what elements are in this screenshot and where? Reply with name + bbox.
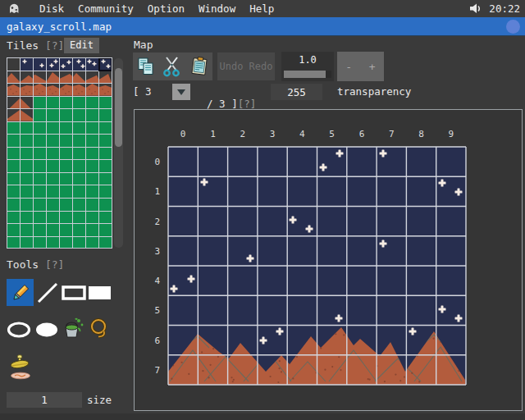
palette-tile[interactable] bbox=[34, 185, 46, 198]
palette-tile[interactable] bbox=[34, 109, 46, 121]
palette-scrollbar-thumb[interactable] bbox=[115, 68, 122, 147]
transparency-input[interactable]: 255 bbox=[271, 84, 322, 100]
palette-tile[interactable] bbox=[73, 97, 85, 109]
tool-ellipse-button[interactable] bbox=[7, 318, 31, 341]
palette-tile[interactable] bbox=[86, 224, 98, 236]
palette-tile[interactable] bbox=[47, 71, 59, 84]
palette-tile[interactable] bbox=[47, 84, 59, 96]
zoom-out-button[interactable]: - bbox=[345, 61, 352, 73]
palette-tile[interactable] bbox=[60, 84, 72, 96]
palette-tile[interactable] bbox=[47, 160, 59, 172]
palette-tile[interactable] bbox=[47, 122, 59, 135]
menu-item-help[interactable]: Help bbox=[249, 2, 274, 15]
palette-tile[interactable] bbox=[86, 185, 98, 198]
palette-tile[interactable] bbox=[86, 199, 98, 211]
palette-tile[interactable] bbox=[99, 97, 112, 109]
palette-tile[interactable] bbox=[34, 135, 46, 147]
undo-redo-button[interactable]: Undo Redo bbox=[217, 52, 275, 80]
zoom-in-button[interactable]: + bbox=[369, 61, 376, 73]
palette-tile[interactable] bbox=[60, 185, 72, 198]
tool-stamp-button[interactable] bbox=[8, 354, 33, 381]
palette-tile[interactable] bbox=[60, 212, 72, 224]
palette-tile[interactable] bbox=[60, 58, 72, 71]
paste-button[interactable] bbox=[188, 55, 211, 78]
palette-tile[interactable] bbox=[7, 122, 20, 135]
tool-rectangle-button[interactable] bbox=[62, 279, 86, 306]
tool-pencil-button[interactable] bbox=[7, 279, 34, 306]
palette-tile[interactable] bbox=[99, 122, 112, 135]
palette-tile[interactable] bbox=[21, 160, 33, 172]
palette-tile[interactable] bbox=[60, 173, 72, 185]
palette-tile[interactable] bbox=[73, 237, 85, 249]
palette-tile[interactable] bbox=[86, 237, 98, 249]
palette-tile[interactable] bbox=[47, 58, 59, 71]
menu-item-disk[interactable]: Disk bbox=[39, 2, 64, 15]
palette-tile[interactable] bbox=[7, 224, 20, 236]
palette-tile[interactable] bbox=[34, 224, 46, 236]
palette-tile[interactable] bbox=[21, 71, 33, 84]
palette-tile[interactable] bbox=[99, 224, 112, 236]
palette-tile[interactable] bbox=[47, 109, 59, 121]
palette-tile[interactable] bbox=[7, 199, 20, 211]
palette-tile[interactable] bbox=[7, 160, 20, 172]
palette-tile[interactable] bbox=[73, 160, 85, 172]
palette-tile[interactable] bbox=[60, 109, 72, 121]
palette-tile[interactable] bbox=[60, 122, 72, 135]
palette-tile[interactable] bbox=[21, 237, 33, 249]
palette-tile[interactable] bbox=[47, 185, 59, 198]
brush-size-input[interactable]: 1 bbox=[7, 392, 82, 408]
palette-tile[interactable] bbox=[21, 224, 33, 236]
palette-tile[interactable] bbox=[7, 148, 20, 160]
palette-tile[interactable] bbox=[73, 58, 85, 71]
palette-tile[interactable] bbox=[7, 109, 20, 121]
palette-tile[interactable] bbox=[7, 58, 20, 71]
palette-tile[interactable] bbox=[21, 58, 33, 71]
titlebar-window-button[interactable] bbox=[506, 20, 520, 34]
palette-tile[interactable] bbox=[7, 173, 20, 185]
tool-rectangle-filled-button[interactable] bbox=[87, 279, 112, 306]
palette-tile[interactable] bbox=[47, 97, 59, 109]
palette-tile[interactable] bbox=[73, 71, 85, 84]
palette-tile[interactable] bbox=[99, 135, 112, 147]
menu-item-option[interactable]: Option bbox=[148, 2, 185, 15]
palette-tile[interactable] bbox=[86, 109, 98, 121]
palette-tile[interactable] bbox=[34, 160, 46, 172]
menu-item-community[interactable]: Community bbox=[78, 2, 134, 15]
palette-tile[interactable] bbox=[7, 84, 20, 96]
palette-tile[interactable] bbox=[99, 199, 112, 211]
palette-tile[interactable] bbox=[99, 58, 112, 71]
palette-tile[interactable] bbox=[21, 148, 33, 160]
palette-tile[interactable] bbox=[60, 135, 72, 147]
tool-fill-bucket-button[interactable] bbox=[62, 317, 84, 341]
tool-line-button[interactable] bbox=[35, 279, 60, 306]
palette-tile[interactable] bbox=[7, 237, 20, 249]
palette-tile[interactable] bbox=[34, 199, 46, 211]
menu-item-window[interactable]: Window bbox=[199, 2, 235, 15]
palette-tile[interactable] bbox=[73, 212, 85, 224]
palette-tile[interactable] bbox=[21, 135, 33, 147]
palette-tile[interactable] bbox=[99, 84, 112, 96]
tools-help-badge[interactable]: [?] bbox=[45, 258, 64, 271]
palette-tile[interactable] bbox=[99, 109, 112, 121]
palette-tile[interactable] bbox=[86, 135, 98, 147]
palette-tile[interactable] bbox=[34, 58, 46, 71]
palette-tile[interactable] bbox=[86, 84, 98, 96]
palette-tile[interactable] bbox=[21, 122, 33, 135]
palette-tile[interactable] bbox=[47, 199, 59, 211]
palette-tile[interactable] bbox=[34, 237, 46, 249]
tool-lasso-button[interactable] bbox=[86, 317, 111, 341]
palette-tile[interactable] bbox=[34, 97, 46, 109]
palette-tile[interactable] bbox=[86, 122, 98, 135]
palette-tile[interactable] bbox=[99, 212, 112, 224]
palette-tile[interactable] bbox=[47, 212, 59, 224]
copy-button[interactable] bbox=[135, 55, 158, 78]
zoom-slider[interactable] bbox=[284, 71, 331, 78]
palette-tile[interactable] bbox=[73, 148, 85, 160]
palette-tile[interactable] bbox=[21, 199, 33, 211]
palette-tile[interactable] bbox=[99, 148, 112, 160]
palette-tile[interactable] bbox=[21, 109, 33, 121]
palette-tile[interactable] bbox=[60, 160, 72, 172]
palette-tile[interactable] bbox=[86, 173, 98, 185]
palette-tile[interactable] bbox=[73, 185, 85, 198]
palette-tile[interactable] bbox=[34, 122, 46, 135]
